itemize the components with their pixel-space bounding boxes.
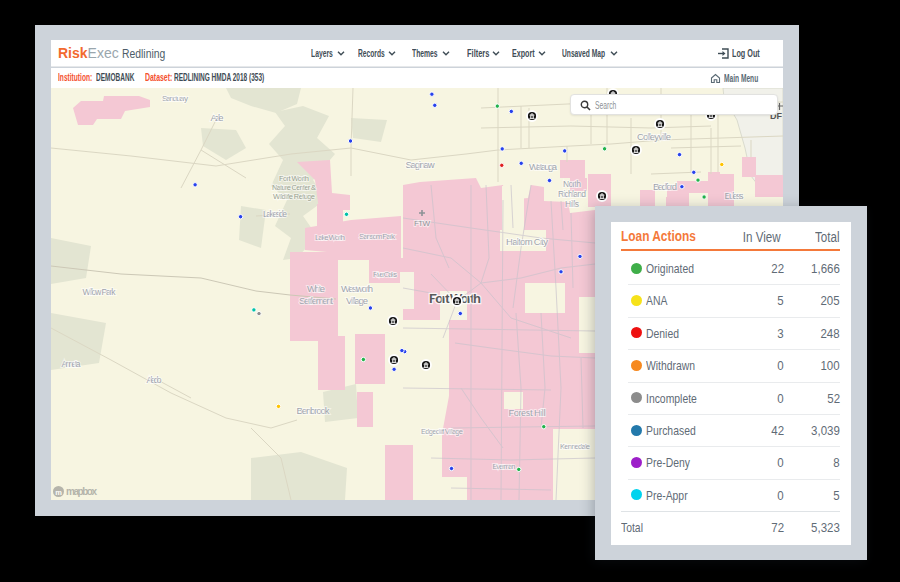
svg-text:Haltom City: Haltom City [506, 236, 548, 247]
svg-text:Nature Center &: Nature Center & [272, 183, 316, 192]
svg-text:Everman: Everman [493, 462, 516, 471]
svg-text:Willow Park: Willow Park [83, 287, 117, 297]
svg-text:Richland: Richland [558, 189, 586, 199]
svg-text:Sanctuary: Sanctuary [162, 94, 188, 103]
svg-text:Saginaw: Saginaw [406, 159, 435, 170]
svg-text:Hills: Hills [565, 199, 579, 209]
svg-text:m: m [55, 488, 62, 497]
svg-text:Azle: Azle [211, 112, 224, 123]
svg-text:Bedford: Bedford [653, 181, 677, 192]
svg-text:Edgecliff Village: Edgecliff Village [421, 427, 463, 436]
svg-text:Forest Hill: Forest Hill [509, 407, 546, 418]
svg-text:North: North [563, 179, 581, 189]
svg-text:Village: Village [346, 295, 368, 306]
svg-text:Annetta: Annetta [62, 359, 81, 369]
svg-text:FTW: FTW [414, 219, 430, 228]
svg-text:Fort Worth: Fort Worth [279, 174, 309, 183]
svg-text:Settlement: Settlement [299, 295, 333, 306]
svg-text:Benbrook: Benbrook [297, 405, 330, 416]
svg-text:Watauga: Watauga [529, 161, 558, 172]
svg-text:Lake Worth: Lake Worth [315, 233, 345, 242]
svg-text:River Oaks: River Oaks [373, 270, 397, 279]
svg-text:Euless: Euless [725, 190, 744, 201]
svg-text:Wildlife Refuge: Wildlife Refuge [273, 192, 315, 201]
svg-text:mapbox: mapbox [66, 486, 97, 497]
svg-text:White: White [307, 283, 325, 294]
svg-text:Westworth: Westworth [341, 283, 373, 294]
svg-text:Aledo: Aledo [147, 375, 162, 385]
svg-text:Colleyville: Colleyville [637, 131, 671, 142]
svg-text:Lakeside: Lakeside [263, 209, 287, 219]
svg-text:Sansom Park: Sansom Park [359, 232, 396, 241]
svg-text:Kennedale: Kennedale [560, 442, 590, 451]
